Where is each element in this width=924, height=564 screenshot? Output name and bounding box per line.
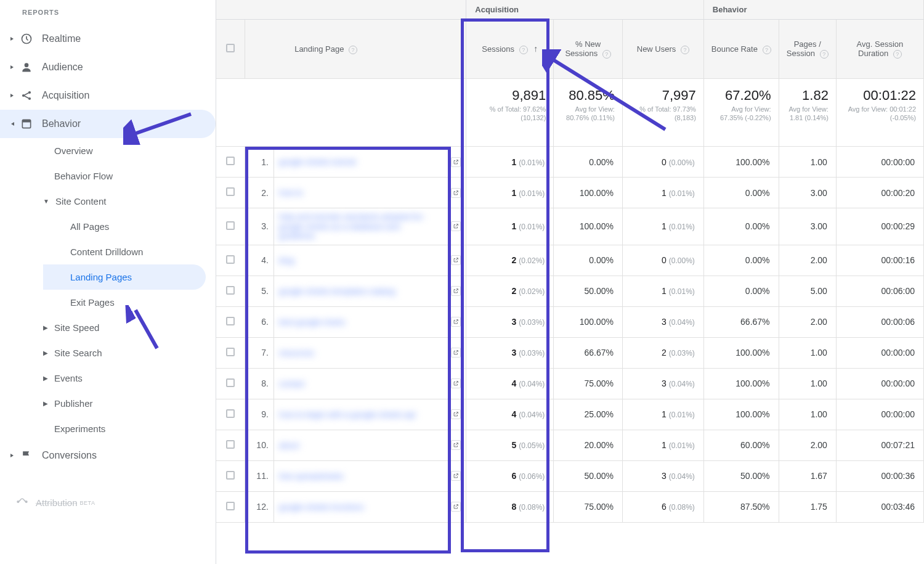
- row-checkbox[interactable]: [226, 255, 235, 264]
- row-checkbox[interactable]: [226, 157, 235, 165]
- col-header-bounce-rate[interactable]: Bounce Rate ?: [703, 20, 779, 79]
- landing-page-link[interactable]: best-google-charts: [279, 317, 346, 327]
- row-checkbox[interactable]: [226, 471, 235, 480]
- col-header-landing-page[interactable]: Landing Page ?: [245, 20, 466, 79]
- row-checkbox[interactable]: [226, 502, 235, 510]
- row-index: 5.: [245, 276, 274, 306]
- external-link-icon[interactable]: [451, 221, 461, 231]
- external-link-icon[interactable]: [451, 471, 461, 481]
- nav-item-conversions[interactable]: Conversions: [0, 441, 216, 470]
- help-icon[interactable]: ?: [681, 46, 689, 54]
- duration-cell: 00:00:00: [836, 399, 923, 430]
- col-header-avg-session-duration[interactable]: Avg. Session Duration ?: [836, 20, 923, 79]
- table-row: 5.google-sheets-templates-catalog2(0.02%…: [216, 276, 924, 306]
- external-link-icon[interactable]: [451, 348, 461, 358]
- sessions-cell: 2(0.02%): [466, 276, 554, 306]
- external-link-icon[interactable]: [451, 440, 461, 450]
- landing-page-link[interactable]: about: [279, 441, 299, 451]
- external-link-icon[interactable]: [451, 317, 461, 327]
- duration-cell: 00:00:29: [836, 208, 923, 245]
- pct-new-cell: 50.00%: [554, 460, 623, 491]
- row-checkbox[interactable]: [226, 378, 235, 387]
- landing-page-cell[interactable]: google-sheets-templates-catalog: [274, 276, 466, 306]
- landing-page-link[interactable]: resources: [279, 348, 314, 358]
- nav-item-realtime[interactable]: Realtime: [0, 25, 216, 53]
- sub-item-label: Site Search: [54, 348, 102, 358]
- select-all-checkbox[interactable]: [226, 44, 235, 52]
- external-link-icon[interactable]: [451, 378, 461, 388]
- caret-icon: ▶: [43, 400, 48, 407]
- landing-page-link[interactable]: free-spreadsheets: [279, 472, 344, 481]
- external-link-icon[interactable]: [451, 409, 461, 419]
- landing-page-link[interactable]: google-sheets-tutorial: [279, 157, 356, 167]
- row-checkbox[interactable]: [226, 286, 235, 295]
- caret-icon: [9, 453, 16, 458]
- col-header-sessions[interactable]: Sessions ? ↑: [466, 20, 554, 79]
- landing-page-cell[interactable]: google-sheets-tutorial: [274, 147, 466, 178]
- nav-label: Conversions: [42, 450, 97, 461]
- bounce-cell: 50.00%: [703, 460, 779, 491]
- help-icon[interactable]: ?: [763, 46, 771, 54]
- sub-item-content-drilldown[interactable]: Content Drilldown: [43, 239, 216, 264]
- row-checkbox[interactable]: [226, 317, 235, 325]
- help-icon[interactable]: ?: [602, 50, 611, 59]
- landing-page-cell[interactable]: help-and-tutorials-standards-adopted-for…: [274, 208, 466, 245]
- col-header-pages-per-session[interactable]: Pages / Session ?: [779, 20, 836, 79]
- sub-item-all-pages[interactable]: All Pages: [43, 214, 216, 239]
- landing-page-cell[interactable]: about: [274, 430, 466, 460]
- external-link-icon[interactable]: [451, 188, 461, 198]
- external-link-icon[interactable]: [451, 286, 461, 296]
- external-link-icon[interactable]: [451, 157, 461, 167]
- landing-page-cell[interactable]: how-to-begin-with-a-google-sheets-api: [274, 399, 466, 430]
- landing-page-cell[interactable]: best-google-charts: [274, 306, 466, 337]
- landing-page-link[interactable]: help-and-tutorials-standards-adopted-for…: [279, 212, 433, 241]
- sidebar-header: REPORTS: [0, 6, 216, 25]
- nav-item-audience[interactable]: Audience: [0, 53, 216, 81]
- duration-cell: 00:00:16: [836, 245, 923, 276]
- new-users-cell: 1(0.01%): [622, 276, 703, 306]
- nav-item-behavior[interactable]: Behavior: [0, 110, 216, 138]
- landing-page-link[interactable]: how-to: [279, 188, 303, 198]
- landing-page-link[interactable]: blog: [279, 256, 294, 266]
- table-row: 2.how-to1(0.01%)100.00%1(0.01%)0.00%3.00…: [216, 178, 924, 208]
- help-icon[interactable]: ?: [893, 50, 902, 59]
- landing-page-cell[interactable]: contact: [274, 368, 466, 399]
- nav-item-acquisition[interactable]: Acquisition: [0, 81, 216, 110]
- sub-item-site-speed[interactable]: ▶Site Speed: [43, 315, 216, 340]
- sub-item-publisher[interactable]: ▶Publisher: [43, 391, 216, 416]
- col-header-new-users[interactable]: New Users ?: [622, 20, 703, 79]
- landing-page-cell[interactable]: google-sheets-functions: [274, 491, 466, 522]
- row-checkbox[interactable]: [226, 221, 235, 230]
- col-header-pct-new-sessions[interactable]: % New Sessions ?: [554, 20, 623, 79]
- sub-item-exit-pages[interactable]: Exit Pages: [43, 290, 216, 315]
- row-checkbox[interactable]: [226, 440, 235, 449]
- behavior-sub-nav: Overview Behavior Flow ▼ Site Content Al…: [0, 138, 216, 441]
- external-link-icon[interactable]: [451, 502, 461, 512]
- sub-item-experiments[interactable]: Experiments: [43, 416, 216, 441]
- help-icon[interactable]: ?: [820, 50, 829, 59]
- nav-item-attribution[interactable]: Attribution BETA: [0, 488, 216, 517]
- sub-item-site-content[interactable]: ▼ Site Content: [43, 189, 216, 214]
- row-checkbox[interactable]: [226, 187, 235, 196]
- sub-item-landing-pages[interactable]: Landing Pages: [43, 264, 206, 290]
- row-checkbox[interactable]: [226, 409, 235, 418]
- pps-cell: 2.00: [779, 306, 836, 337]
- landing-page-link[interactable]: how-to-begin-with-a-google-sheets-api: [279, 410, 416, 420]
- external-link-icon[interactable]: [451, 255, 461, 265]
- help-icon[interactable]: ?: [349, 46, 357, 54]
- sub-item-overview[interactable]: Overview: [43, 138, 216, 163]
- landing-page-link[interactable]: google-sheets-functions: [279, 502, 364, 512]
- sub-item-site-search[interactable]: ▶Site Search: [43, 340, 216, 366]
- row-checkbox[interactable]: [226, 348, 235, 356]
- sub-item-events[interactable]: ▶Events: [43, 366, 216, 391]
- row-index: 10.: [245, 430, 274, 460]
- landing-page-cell[interactable]: blog: [274, 245, 466, 276]
- landing-page-link[interactable]: contact: [279, 379, 305, 389]
- landing-page-cell[interactable]: free-spreadsheets: [274, 460, 466, 491]
- landing-page-cell[interactable]: resources: [274, 337, 466, 368]
- landing-page-link[interactable]: google-sheets-templates-catalog: [279, 287, 395, 296]
- sessions-cell: 1(0.01%): [466, 208, 554, 245]
- help-icon[interactable]: ?: [519, 46, 528, 54]
- sub-item-behavior-flow[interactable]: Behavior Flow: [43, 163, 216, 189]
- landing-page-cell[interactable]: how-to: [274, 178, 466, 208]
